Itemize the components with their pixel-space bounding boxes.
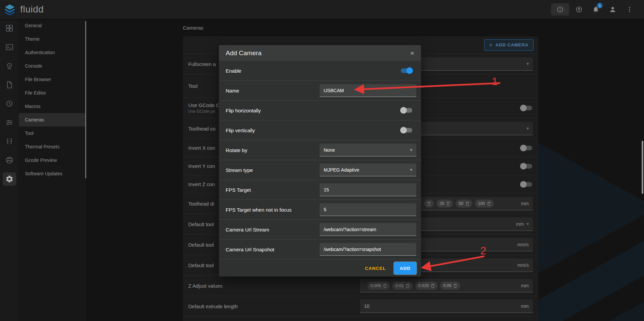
modal-field-name: NameUSBCAM	[219, 81, 421, 101]
field-label: Enable	[226, 68, 242, 74]
field-label: Camera Url Snapshot	[226, 247, 274, 252]
chevron-down-icon: ▾	[410, 167, 412, 172]
input-camera-url-stream[interactable]: /webcam/?action=stream	[320, 223, 416, 236]
field-value: USBCAM	[324, 88, 344, 93]
modal-field-stream-type: Stream typeMJPEG Adaptive▾	[219, 160, 421, 180]
switch-thumb	[400, 107, 407, 114]
field-value: /webcam/?action=stream	[324, 227, 376, 232]
fluidd-app: fluidd 1	[0, 0, 644, 321]
modal-field-enable: Enable	[219, 61, 421, 81]
input-name[interactable]: USBCAM	[320, 84, 416, 97]
modal-field-flip-vertically: Flip vertically	[219, 120, 421, 140]
select-stream-type[interactable]: MJPEG Adaptive▾	[320, 164, 416, 176]
field-label: Stream type	[226, 167, 253, 173]
modal-field-fps-target-when-not-in-focus: FPS Target when not in focus5	[219, 200, 421, 220]
dialog-title: Add Camera	[226, 49, 262, 57]
field-label: Flip horizontally	[226, 108, 261, 113]
modal-field-camera-url-snapshot: Camera Url Snapshot/webcam/?action=snaps…	[219, 240, 421, 259]
switch-thumb	[406, 67, 413, 74]
dialog-title-bar: Add Camera ×	[219, 45, 421, 61]
field-label: Camera Url Stream	[226, 227, 269, 233]
modal-field-camera-url-stream: Camera Url Stream/webcam/?action=stream	[219, 220, 421, 240]
field-label: Flip vertically	[226, 128, 255, 133]
field-value: 5	[324, 207, 326, 212]
chevron-down-icon: ▾	[410, 147, 412, 152]
modal-field-rotate-by: Rotate byNone▾	[219, 140, 421, 160]
field-label: FPS Target	[226, 187, 251, 193]
field-label: Name	[226, 88, 239, 94]
toggle-flip-vertically[interactable]	[400, 127, 413, 134]
input-fps-target[interactable]: 15	[320, 183, 416, 196]
dialog-fields: EnableNameUSBCAMFlip horizontallyFlip ve…	[219, 61, 421, 259]
switch-thumb	[400, 127, 407, 134]
toggle-flip-horizontally[interactable]	[400, 107, 413, 114]
field-value: MJPEG Adaptive	[324, 167, 359, 173]
dialog-footer: CANCEL ADD	[219, 259, 421, 277]
cancel-button[interactable]: CANCEL	[362, 266, 389, 271]
select-rotate-by[interactable]: None▾	[320, 144, 416, 156]
field-value: /webcam/?action=snapshot	[324, 247, 381, 252]
page-scrollbar-thumb[interactable]	[642, 141, 643, 194]
field-label: FPS Target when not in focus	[226, 207, 292, 213]
modal-field-fps-target: FPS Target15	[219, 180, 421, 200]
field-value: 15	[324, 187, 329, 192]
input-fps-target-when-not-in-focus[interactable]: 5	[320, 203, 416, 216]
input-camera-url-snapshot[interactable]: /webcam/?action=snapshot	[320, 243, 416, 256]
field-value: None	[324, 147, 335, 153]
add-button[interactable]: ADD	[394, 262, 416, 274]
toggle-enable[interactable]	[400, 67, 413, 74]
modal-field-flip-horizontally: Flip horizontally	[219, 101, 421, 120]
field-label: Rotate by	[226, 147, 247, 153]
close-icon[interactable]: ×	[410, 49, 414, 57]
add-camera-dialog: Add Camera × EnableNameUSBCAMFlip horizo…	[219, 45, 421, 277]
